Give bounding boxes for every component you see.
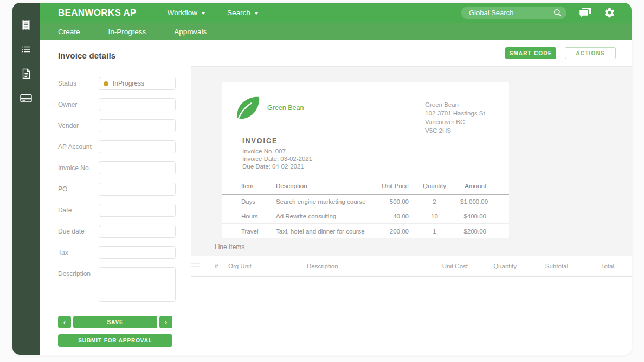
- field-owner: Owner: [58, 98, 176, 111]
- ap-account-label: AP Account: [58, 143, 99, 151]
- cell-quantity: 10: [409, 213, 460, 219]
- chevron-down-icon: [201, 12, 205, 15]
- invoice-document[interactable]: Green Bean Green Bean 102-3701 Hastings …: [222, 82, 509, 238]
- col-description: Description: [276, 183, 379, 189]
- submit-for-approval-button[interactable]: SUBMIT FOR APPROVAL: [58, 334, 172, 347]
- field-status: Status InProgress: [58, 77, 176, 90]
- invoice-meta: Invoice No. 007 Invoice Date: 03-02-2021…: [242, 147, 312, 170]
- description-label: Description: [58, 267, 99, 277]
- cell-amount: $200.00: [460, 228, 509, 235]
- cell-item: Travel: [222, 228, 276, 235]
- brand-title: BEANWORKS AP: [58, 8, 137, 18]
- owner-input[interactable]: [99, 98, 176, 111]
- invoice-date: Invoice Date: 03-02-2021: [242, 155, 312, 163]
- header-actions: [461, 7, 632, 19]
- save-button[interactable]: SAVE: [73, 316, 157, 328]
- tab-in-progress[interactable]: In-Progress: [108, 28, 146, 36]
- due-date-label: Due date: [58, 228, 99, 235]
- cell-amount: $1,000.00: [460, 198, 511, 205]
- date-input[interactable]: [99, 204, 176, 217]
- global-search-input[interactable]: [461, 7, 566, 19]
- gear-icon[interactable]: [604, 7, 615, 18]
- save-next-button[interactable]: ›: [159, 316, 172, 328]
- workflow-menu[interactable]: Workflow: [168, 9, 205, 17]
- smart-code-button[interactable]: SMART CODE: [505, 47, 556, 59]
- credit-card-icon[interactable]: [20, 92, 32, 104]
- invoice-preview-zone: Green Bean Green Bean 102-3701 Hastings …: [191, 67, 632, 256]
- cell-quantity: 2: [409, 198, 460, 205]
- owner-label: Owner: [58, 101, 99, 108]
- invoice-no-label: Invoice No.: [58, 164, 99, 172]
- field-vendor: Vendor: [58, 119, 176, 132]
- line-items-col-org-unit: Org Unit: [228, 263, 307, 269]
- field-invoice-no: Invoice No.: [58, 161, 176, 174]
- col-item: Item: [222, 183, 276, 189]
- ap-account-input[interactable]: [99, 140, 176, 153]
- receipt-icon[interactable]: [20, 19, 32, 31]
- address-line: Vancouver BC: [425, 118, 487, 126]
- invoice-no-input[interactable]: [99, 161, 176, 174]
- vendor-logo-text: Green Bean: [267, 104, 304, 112]
- cell-quantity: 1: [409, 228, 460, 235]
- invoice-details-panel: Invoice details Status InProgress Owner …: [40, 40, 191, 355]
- cell-unit-price: 40.00: [379, 213, 409, 219]
- status-label: Status: [58, 80, 99, 87]
- content-area: Invoice details Status InProgress Owner …: [40, 40, 632, 355]
- cell-item: Days: [222, 198, 276, 205]
- tab-create[interactable]: Create: [58, 28, 80, 36]
- address-line: V5C 2HS: [425, 126, 487, 135]
- description-textarea[interactable]: [99, 267, 176, 302]
- sub-navigation: Create In-Progress Approvals: [40, 23, 632, 40]
- invoice-due-date: Due Date: 04-02-2021: [242, 163, 312, 170]
- top-header-bar: BEANWORKS AP Workflow Search: [40, 3, 632, 23]
- app-window: BEANWORKS AP Workflow Search: [12, 3, 632, 355]
- col-quantity: Quantity: [409, 183, 460, 189]
- document-icon[interactable]: [20, 68, 32, 80]
- address-line: 102-3701 Hastings St.: [425, 109, 487, 118]
- tab-approvals[interactable]: Approvals: [174, 28, 207, 36]
- panel-title: Invoice details: [58, 51, 176, 60]
- col-unit-price: Unit Price: [379, 183, 409, 189]
- search-menu[interactable]: Search: [227, 9, 259, 17]
- cell-unit-price: 500.00: [379, 198, 409, 205]
- line-items-col-num: #: [215, 263, 228, 269]
- vendor-logo: Green Bean: [236, 96, 304, 119]
- icon-sidebar: [12, 3, 40, 355]
- search-icon[interactable]: [553, 9, 562, 19]
- status-field[interactable]: InProgress: [99, 77, 176, 90]
- line-items-header: # Org Unit Description Unit Cost Quantit…: [191, 256, 632, 277]
- due-date-input[interactable]: [99, 225, 176, 238]
- leaf-logo-icon: [236, 96, 260, 119]
- po-input[interactable]: [99, 183, 176, 196]
- line-items-title: Line Items: [215, 243, 244, 251]
- cell-amount: $400.00: [460, 213, 509, 219]
- main-area: SMART CODE ACTIONS Green Bean: [191, 40, 632, 355]
- field-tax: Tax: [58, 246, 176, 259]
- invoice-number: Invoice No. 007: [242, 147, 312, 155]
- save-prev-button[interactable]: ‹: [58, 316, 71, 328]
- actions-button[interactable]: ACTIONS: [565, 47, 616, 59]
- cell-unit-price: 200.00: [379, 228, 409, 235]
- cell-description: Taxi, hotel and dinner for course: [276, 228, 379, 235]
- col-amount: Amount: [460, 183, 509, 189]
- cell-description: Ad Rewrite consulting: [276, 213, 379, 219]
- vendor-input[interactable]: [99, 119, 176, 132]
- drag-handle-icon[interactable]: [191, 261, 200, 267]
- line-items-col-unit-cost: Unit Cost: [424, 263, 468, 269]
- line-items-col-description: Description: [307, 263, 424, 269]
- field-date: Date: [58, 204, 176, 217]
- line-items-col-total: Total: [568, 263, 614, 269]
- table-row: Hours Ad Rewrite consulting 40.00 10 $40…: [222, 209, 509, 224]
- tax-input[interactable]: [99, 246, 176, 259]
- chevron-down-icon: [254, 12, 259, 15]
- field-description: Description: [58, 267, 176, 302]
- save-button-group: ‹ SAVE ›: [58, 316, 172, 328]
- list-icon[interactable]: [20, 43, 32, 55]
- global-search: [461, 7, 566, 19]
- cell-description: Search engine marketing course: [276, 198, 379, 205]
- invoice-table-header: Item Description Unit Price Quantity Amo…: [222, 178, 509, 195]
- invoice-form: Status InProgress Owner Vendor AP Accoun…: [58, 77, 176, 347]
- tax-label: Tax: [58, 249, 99, 256]
- chat-icon[interactable]: [578, 7, 592, 18]
- address-line: Green Bean: [425, 100, 487, 109]
